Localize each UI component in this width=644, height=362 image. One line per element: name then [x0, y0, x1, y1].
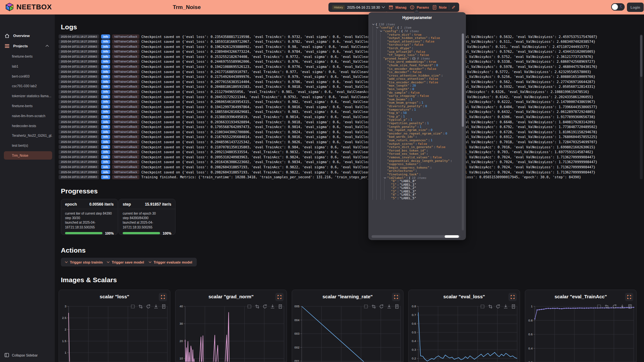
sidebar-item-projects[interactable]: Projects: [0, 42, 55, 50]
trigger-action-button[interactable]: Trigger evaluate model: [145, 258, 197, 266]
tree-line: "output_attentions":false: [372, 40, 461, 43]
expand-icon[interactable]: [508, 293, 517, 301]
tree-key: "min_length": [387, 87, 409, 91]
reset-icon[interactable]: [379, 304, 384, 309]
log-file-icon[interactable]: [278, 304, 283, 309]
collapse-sidebar-button[interactable]: Collapse Sidebar: [5, 353, 38, 357]
note-button-group[interactable]: Note: [429, 3, 459, 12]
series-line: [69, 313, 167, 362]
tree-caret-icon[interactable]: [376, 26, 378, 28]
sidebar-project-item[interactable]: test bert(s): [4, 141, 52, 150]
trigger-action-button[interactable]: Trigger stop training: [61, 258, 109, 266]
sidebar-project-item[interactable]: Terahertz_No22_Gl261_gl...: [4, 131, 52, 140]
indent-guide: [380, 104, 383, 108]
log-timestamp-badge: 2025-04-16T21:18:27.205963: [59, 140, 99, 144]
log-timestamp-badge: 2025-04-16T21:18:27.205963: [59, 85, 99, 89]
tree-line: "forced_eos_token_id":: [372, 152, 461, 156]
expand-icon[interactable]: [625, 293, 633, 301]
indent-guide: [376, 162, 379, 166]
expand-icon[interactable]: [392, 293, 400, 301]
brand[interactable]: NEETBOX: [5, 3, 52, 11]
zoom-box-icon[interactable]: [371, 304, 376, 309]
tree-line: "torch_dtype":: [372, 46, 461, 50]
tree-caret-icon[interactable]: [372, 23, 374, 25]
tree-colon: :: [397, 193, 399, 196]
sidebar-project-item[interactable]: naive-llm-from-scratch: [4, 112, 52, 120]
log-file-icon[interactable]: [628, 304, 632, 309]
series-marker: [586, 307, 587, 309]
progresses-heading: Progresses: [61, 187, 98, 195]
popup-hscrollbar-thumb[interactable]: [445, 235, 459, 238]
expand-icon[interactable]: [159, 293, 167, 301]
trigger-action-button[interactable]: Trigger save model: [103, 258, 148, 266]
log-file-icon[interactable]: [511, 304, 516, 309]
sidebar-item-overview[interactable]: Overview: [0, 32, 55, 40]
tree-key: "do_sample": [387, 91, 407, 94]
sidebar-project-item[interactable]: finetune-berts: [4, 52, 52, 60]
theme-toggle[interactable]: ☾: [611, 3, 625, 11]
series-marker: [566, 308, 567, 309]
progress-rate: 0.00566 iter/s: [90, 202, 114, 207]
log-timestamp-badge: 2025-04-16T21:18:27.205963: [59, 60, 99, 64]
tree-key: "torch_dtype": [387, 46, 411, 50]
y-tick-label: 0.2: [412, 357, 416, 360]
action-button-label: Trigger evaluate model: [154, 260, 192, 264]
indent-guide: [380, 190, 383, 193]
log-timestamp-badge: 2025-04-16T21:18:27.205963: [59, 130, 99, 134]
y-tick-label: 0.3: [412, 348, 416, 351]
log-file-icon[interactable]: [394, 304, 399, 309]
indent-guide: [373, 63, 375, 67]
reset-icon[interactable]: [146, 304, 151, 309]
tree-line: "diversity_penalty":0: [372, 104, 461, 108]
box-select-icon[interactable]: [597, 304, 601, 309]
indent-guide: [373, 80, 375, 84]
sidebar-project-item[interactable]: csc791-030 lab2: [4, 82, 52, 90]
sidebar-project-item[interactable]: lab1: [4, 62, 52, 70]
indent-guide: [380, 145, 383, 149]
box-select-icon[interactable]: [364, 304, 368, 309]
box-select-icon[interactable]: [247, 304, 252, 309]
edit-pen-icon[interactable]: [451, 5, 456, 9]
logs-scrollbar[interactable]: [640, 34, 643, 179]
zoom-box-icon[interactable]: [255, 304, 260, 309]
y-tick-label: 1.5: [62, 339, 66, 343]
tree-line: "id2label":{10 items: [372, 176, 461, 180]
box-select-icon[interactable]: [480, 304, 485, 309]
zoom-box-icon[interactable]: [488, 304, 493, 309]
history-dropdown[interactable]: History 2025-04-16 21:18:30: [328, 3, 388, 12]
sidebar-project-item[interactable]: hedecoder-tests: [4, 122, 52, 130]
tree-caret-icon[interactable]: [384, 176, 386, 178]
tree-meta: 0 items: [417, 57, 430, 60]
popup-vscrollbar-thumb[interactable]: [462, 33, 464, 127]
reset-icon[interactable]: [612, 304, 617, 309]
download-icon[interactable]: [387, 304, 392, 309]
tree-key: "tie_encoder_decoder": [387, 80, 426, 84]
indent-guide: [373, 60, 375, 64]
box-select-icon[interactable]: [130, 304, 135, 309]
sidebar-project-item[interactable]: Trm_Noise: [4, 151, 52, 160]
tree-line: "temperature":1: [372, 108, 461, 111]
zoom-box-icon[interactable]: [604, 304, 609, 309]
log-level-badge: info: [101, 165, 110, 169]
download-icon[interactable]: [154, 304, 158, 309]
tree-key: "forced_bos_token_id": [387, 149, 426, 152]
tree-caret-icon[interactable]: [380, 30, 382, 32]
expand-icon[interactable]: [275, 293, 284, 301]
sidebar-project-item[interactable]: finetune-berts: [4, 102, 52, 110]
indent-guide: [373, 172, 375, 176]
indent-guide: [384, 196, 387, 200]
indent-guide: [376, 121, 379, 125]
zoom-box-icon[interactable]: [138, 304, 143, 309]
reset-icon[interactable]: [496, 304, 500, 309]
tree-value: false: [418, 142, 427, 145]
sidebar-project-item[interactable]: tokenizer statistics llama...: [4, 92, 52, 100]
sidebar-project-item[interactable]: bert-conll03: [4, 72, 52, 80]
log-file-icon[interactable]: [161, 304, 166, 309]
download-icon[interactable]: [503, 304, 508, 309]
download-icon[interactable]: [270, 304, 275, 309]
reset-icon[interactable]: [262, 304, 267, 309]
login-button[interactable]: Login: [627, 3, 644, 12]
download-icon[interactable]: [620, 304, 625, 309]
scrollbar-thumb[interactable]: [640, 35, 642, 77]
series-marker: [593, 307, 594, 309]
